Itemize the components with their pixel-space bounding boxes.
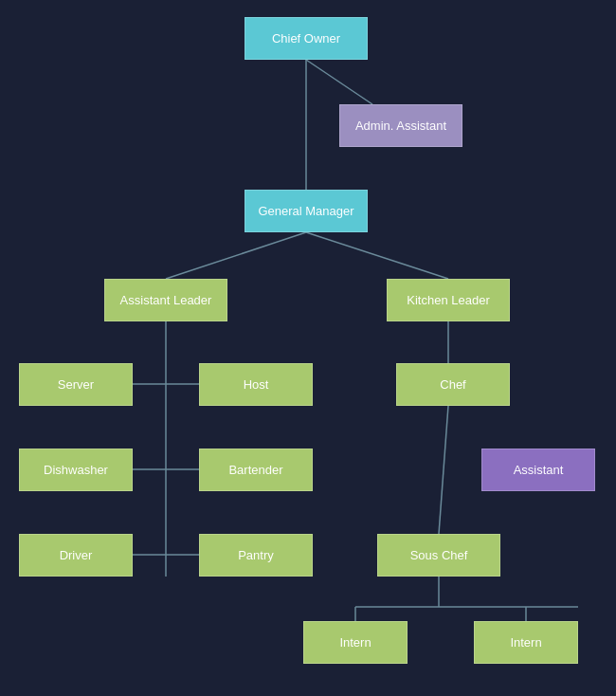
node-assistant-leader: Assistant Leader bbox=[104, 279, 227, 321]
svg-line-12 bbox=[439, 406, 448, 534]
connector-lines bbox=[0, 0, 616, 696]
node-intern-1: Intern bbox=[303, 621, 408, 664]
svg-line-2 bbox=[166, 232, 306, 279]
node-general-manager: General Manager bbox=[245, 190, 368, 232]
node-chef: Chef bbox=[396, 363, 510, 406]
node-host: Host bbox=[199, 363, 313, 406]
node-assistant: Assistant bbox=[481, 449, 595, 491]
node-kitchen-leader: Kitchen Leader bbox=[387, 279, 510, 321]
node-pantry: Pantry bbox=[199, 534, 313, 577]
svg-line-0 bbox=[306, 60, 372, 104]
node-admin-assistant: Admin. Assistant bbox=[339, 104, 462, 147]
node-dishwasher: Dishwasher bbox=[19, 449, 133, 491]
node-server: Server bbox=[19, 363, 133, 406]
node-driver: Driver bbox=[19, 534, 133, 577]
svg-line-3 bbox=[306, 232, 448, 279]
org-chart: Chief Owner Admin. Assistant General Man… bbox=[0, 0, 616, 696]
node-intern-2: Intern bbox=[474, 621, 578, 664]
node-bartender: Bartender bbox=[199, 449, 313, 491]
node-chief-owner: Chief Owner bbox=[245, 17, 368, 60]
node-sous-chef: Sous Chef bbox=[377, 534, 500, 577]
